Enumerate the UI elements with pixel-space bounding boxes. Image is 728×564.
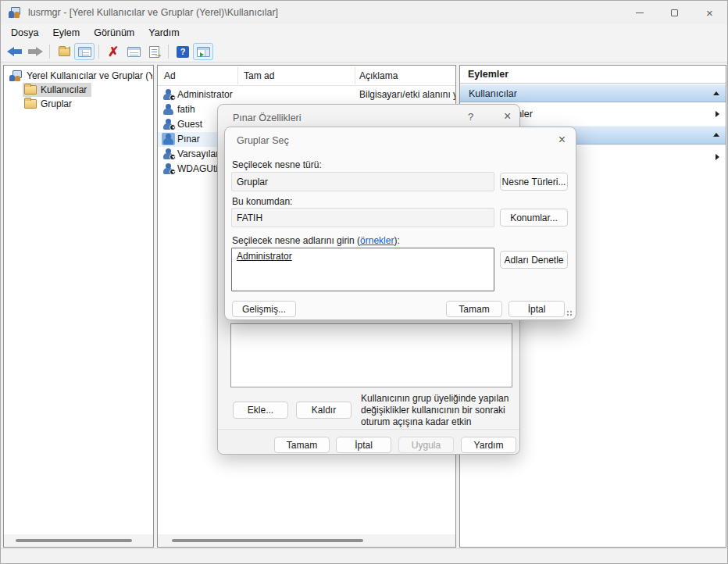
dialog-help-button[interactable]: ? xyxy=(468,111,473,123)
select-groups-dialog: Gruplar Seç × Seçilecek nesne türü: Grup… xyxy=(224,127,576,320)
select-groups-title: Gruplar Seç xyxy=(237,135,289,146)
column-header-description[interactable]: Açıklama xyxy=(359,70,398,81)
collapse-icon[interactable] xyxy=(713,91,719,95)
list-row-administrator[interactable]: Administrator Bilgisayarı/etki alanını y… xyxy=(158,87,455,102)
locations-button[interactable]: Konumlar... xyxy=(500,209,568,227)
tree-hscrollbar[interactable] xyxy=(4,534,153,547)
menu-bar: Dosya Eylem Görünüm Yardım xyxy=(1,24,727,41)
tree-item-groups[interactable]: Gruplar xyxy=(24,97,72,111)
toolbar: ↑ ✗ → ? xyxy=(1,41,727,62)
minimize-button[interactable] xyxy=(622,1,657,24)
tree-root-label: Yerel Kullanıcılar ve Gruplar (Yerel) xyxy=(27,70,152,81)
export-list-button[interactable]: → xyxy=(144,43,164,60)
forward-button[interactable] xyxy=(25,43,45,60)
back-button[interactable] xyxy=(5,43,25,60)
help-button[interactable]: ? xyxy=(173,43,193,60)
properties-icon xyxy=(127,47,141,57)
location-label: Bu konumdan: xyxy=(232,196,292,207)
list-hscrollbar-thumb[interactable] xyxy=(172,539,363,542)
object-type-label: Seçilecek nesne türü: xyxy=(232,159,322,170)
dialog-close-button[interactable]: × xyxy=(504,110,511,123)
tree-item-users[interactable]: Kullanıcılar xyxy=(23,83,91,97)
tree-root-local-users-groups[interactable]: Yerel Kullanıcılar ve Gruplar (Yerel) xyxy=(9,69,152,83)
collapse-icon[interactable] xyxy=(713,133,719,137)
close-icon[interactable]: × xyxy=(558,134,566,146)
cancel-button[interactable]: İptal xyxy=(336,437,391,453)
tree-users-label: Kullanıcılar xyxy=(41,84,87,95)
delete-icon: ✗ xyxy=(108,45,119,59)
status-bar xyxy=(1,548,727,563)
cell-name: Administrator xyxy=(177,89,237,100)
resize-grip[interactable] xyxy=(566,310,573,316)
list-header: Ad Tam ad Açıklama xyxy=(158,66,455,86)
window-title: lusrmgr - [Yerel Kullanıcılar ve Gruplar… xyxy=(28,7,278,18)
properties-button[interactable] xyxy=(123,43,144,60)
cancel-button[interactable]: İptal xyxy=(509,301,565,317)
help-icon: ? xyxy=(177,46,189,58)
apply-button: Uygula xyxy=(398,437,454,453)
delete-button[interactable]: ✗ xyxy=(103,43,123,60)
close-button[interactable]: × xyxy=(692,1,727,24)
user-disabled-icon xyxy=(162,148,174,159)
close-icon: × xyxy=(706,7,713,19)
toolbar-separator xyxy=(168,45,169,59)
object-type-field: Gruplar xyxy=(231,172,494,191)
export-list-icon: → xyxy=(149,46,159,58)
toolbar-separator xyxy=(98,45,99,59)
folder-icon xyxy=(24,85,37,95)
menu-action[interactable]: Eylem xyxy=(45,25,87,41)
actions-section-users[interactable]: Kullanıcılar xyxy=(460,84,726,102)
cell-description: Bilgisayarı/etki alanını yö xyxy=(359,89,455,100)
console-tree-pane: Yerel Kullanıcılar ve Gruplar (Yerel) Ku… xyxy=(3,65,154,548)
show-action-pane-button[interactable] xyxy=(193,43,213,60)
tree-hscrollbar-thumb[interactable] xyxy=(16,539,132,542)
back-icon xyxy=(7,47,23,56)
title-bar: lusrmgr - [Yerel Kullanıcılar ve Gruplar… xyxy=(1,1,727,24)
ok-button[interactable]: Tamam xyxy=(274,437,330,453)
location-field: FATIH xyxy=(231,208,494,227)
examples-link[interactable]: örnekler xyxy=(360,235,394,246)
minimize-icon xyxy=(636,12,644,13)
user-disabled-icon xyxy=(162,163,174,174)
up-one-level-icon: ↑ xyxy=(59,48,70,56)
show-action-pane-icon xyxy=(197,47,210,57)
menu-view[interactable]: Görünüm xyxy=(87,25,141,41)
computer-users-icon xyxy=(9,70,23,82)
toolbar-separator xyxy=(49,45,50,59)
object-names-input[interactable]: Administrator xyxy=(231,248,494,291)
list-hscrollbar[interactable] xyxy=(158,534,455,547)
actions-header: Eylemler xyxy=(460,66,726,84)
dialog-divider xyxy=(218,429,519,430)
column-divider[interactable] xyxy=(237,67,238,84)
ok-button[interactable]: Tamam xyxy=(446,301,502,317)
names-label: Seçilecek nesne adlarını girin (örnekler… xyxy=(232,235,400,246)
remove-button[interactable]: Kaldır xyxy=(296,402,352,419)
menu-help[interactable]: Yardım xyxy=(141,25,186,41)
column-header-name[interactable]: Ad xyxy=(164,70,176,81)
user-disabled-icon xyxy=(162,119,174,130)
expand-icon[interactable] xyxy=(716,111,719,117)
tree-groups-label: Gruplar xyxy=(41,98,72,109)
advanced-button[interactable]: Gelişmiş... xyxy=(232,301,296,317)
column-header-fullname[interactable]: Tam ad xyxy=(244,70,274,81)
menu-file[interactable]: Dosya xyxy=(4,25,45,41)
app-icon xyxy=(8,7,21,19)
check-names-button[interactable]: Adları Denetle xyxy=(500,251,568,269)
actions-section-users-label: Kullanıcılar xyxy=(469,88,517,99)
user-disabled-icon xyxy=(162,89,174,100)
member-of-listbox[interactable] xyxy=(230,323,512,387)
resolved-name: Administrator xyxy=(237,251,292,262)
up-one-level-button[interactable]: ↑ xyxy=(54,43,74,60)
maximize-button[interactable] xyxy=(657,1,692,24)
names-label-suffix: ): xyxy=(394,235,399,246)
names-label-text: Seçilecek nesne adlarını girin ( xyxy=(232,235,360,246)
help-button-dialog[interactable]: Yardım xyxy=(461,437,516,453)
object-types-button[interactable]: Nesne Türleri... xyxy=(500,173,568,191)
expand-icon[interactable] xyxy=(716,154,719,160)
maximize-icon xyxy=(671,9,678,16)
folder-icon xyxy=(24,99,37,109)
add-button[interactable]: Ekle... xyxy=(233,402,288,419)
column-divider[interactable] xyxy=(355,67,355,84)
show-console-tree-icon xyxy=(78,47,91,57)
show-console-tree-button[interactable] xyxy=(74,43,95,60)
